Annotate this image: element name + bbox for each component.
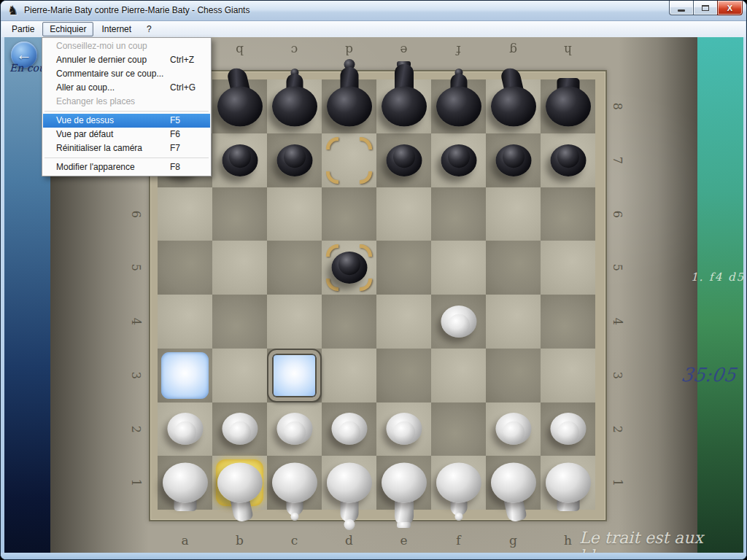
square-d3[interactable] (322, 349, 376, 402)
file-label-b-bottom: b (212, 533, 267, 548)
minimize-button[interactable] (669, 1, 694, 15)
square-f2[interactable] (431, 402, 486, 456)
piece-black-pawn-g7[interactable] (486, 133, 541, 187)
menu-item-label: Modifier l'apparence (56, 162, 135, 172)
window-title: Pierre-Marie Baty contre Pierre-Marie Ba… (24, 5, 249, 15)
menu-item-vue-par-defaut[interactable]: Vue par défautF6 (43, 128, 210, 141)
square-a6[interactable] (158, 187, 212, 241)
gold-corner-icon (360, 137, 372, 149)
piece-white-queen-d1[interactable] (322, 456, 376, 510)
piece-white-pawn-e2[interactable] (376, 402, 431, 456)
echiquier-menu: Conseillez-moi un coupAnnuler le dernier… (42, 37, 212, 176)
piece-black-rook-h8[interactable] (541, 79, 595, 133)
piece-black-knight-b8[interactable] (212, 79, 267, 133)
piece-base (217, 86, 263, 126)
maximize-button[interactable] (693, 1, 718, 15)
square-f5[interactable] (431, 241, 486, 295)
menu-bar: PartieEchiquierInternet? (1, 21, 746, 37)
rank-label-6-right: 6 (590, 203, 644, 225)
square-c6[interactable] (267, 187, 322, 241)
square-d6[interactable] (322, 187, 376, 241)
menubar-item-?[interactable]: ? (139, 22, 159, 36)
piece-base (491, 463, 536, 503)
piece-base (436, 463, 481, 503)
piece-white-bishop-c1[interactable] (267, 456, 322, 510)
close-button[interactable]: X (717, 1, 743, 15)
file-label-f-top: f (431, 43, 486, 58)
square-b4[interactable] (212, 295, 267, 349)
piece-black-bishop-c8[interactable] (267, 79, 322, 133)
menubar-item-echiquier[interactable]: Echiquier (42, 22, 93, 36)
menu-item-annuler-le-dernier-coup[interactable]: Annuler le dernier coupCtrl+Z (43, 53, 210, 67)
piece-white-pawn-b2[interactable] (212, 402, 267, 456)
piece-white-pawn-c2[interactable] (267, 402, 322, 456)
piece-black-pawn-b7[interactable] (212, 133, 267, 187)
piece-white-king-e1[interactable] (376, 456, 431, 510)
square-g4[interactable] (486, 295, 541, 349)
piece-base (491, 86, 536, 126)
piece-black-king-e8[interactable] (376, 79, 431, 133)
menu-item-aller-au-coup[interactable]: Aller au coup...Ctrl+G (43, 81, 210, 95)
square-b5[interactable] (212, 241, 267, 295)
square-e5[interactable] (376, 241, 431, 295)
square-f3[interactable] (431, 349, 486, 402)
menu-item-shortcut: Ctrl+Z (170, 53, 194, 67)
piece-black-bishop-f8[interactable] (431, 79, 486, 133)
piece-white-pawn-f4[interactable] (431, 295, 486, 349)
square-h3[interactable] (541, 349, 595, 402)
square-g5[interactable] (486, 241, 541, 295)
piece-white-pawn-h2[interactable] (541, 402, 595, 456)
menu-item-shortcut: F7 (170, 141, 180, 155)
piece-white-rook-h1[interactable] (541, 456, 595, 510)
piece-white-pawn-a2[interactable] (158, 402, 212, 456)
piece-white-pawn-g2[interactable] (486, 402, 541, 456)
menu-item-vue-de-dessus[interactable]: Vue de dessusF5 (43, 114, 210, 128)
menu-item-label: Réinitialiser la caméra (56, 143, 142, 153)
square-h6[interactable] (541, 187, 595, 241)
menu-separator (44, 111, 209, 112)
square-g3[interactable] (486, 349, 541, 402)
piece-white-knight-g1[interactable] (486, 456, 541, 510)
menu-item-echanger-les-places[interactable]: Echanger les places (43, 95, 210, 109)
piece-black-pawn-c7[interactable] (267, 133, 322, 187)
move-hint-a3[interactable] (161, 352, 209, 399)
square-e3[interactable] (376, 349, 431, 402)
square-g6[interactable] (486, 187, 541, 241)
square-b6[interactable] (212, 187, 267, 241)
piece-white-pawn-d2[interactable] (322, 402, 376, 456)
move-hint-c3[interactable] (268, 350, 320, 401)
chess-board-squares (158, 79, 595, 510)
menu-item-conseillezmoi-un-coup[interactable]: Conseillez-moi un coup (43, 39, 210, 53)
square-h5[interactable] (541, 241, 595, 295)
piece-black-pawn-f7[interactable] (431, 133, 486, 187)
square-h4[interactable] (541, 295, 595, 349)
piece-white-bishop-f1[interactable] (431, 456, 486, 510)
app-icon: ♞ (7, 4, 18, 18)
piece-black-knight-g8[interactable] (486, 79, 541, 133)
piece-white-knight-b1[interactable] (212, 456, 267, 510)
menubar-item-partie[interactable]: Partie (4, 22, 42, 36)
square-c5[interactable] (267, 241, 322, 295)
piece-white-rook-a1[interactable] (158, 456, 212, 510)
piece-black-pawn-e7[interactable] (376, 133, 431, 187)
menubar-item-internet[interactable]: Internet (94, 22, 139, 36)
title-bar[interactable]: ♞ Pierre-Marie Baty contre Pierre-Marie … (1, 1, 746, 21)
square-a4[interactable] (158, 295, 212, 349)
piece-black-pawn-h7[interactable] (541, 133, 595, 187)
piece-black-pawn-d5[interactable] (322, 241, 376, 295)
menu-item-commentaire-sur-ce-coup[interactable]: Commentaire sur ce coup... (43, 67, 210, 81)
menu-item-label: Commentaire sur ce coup... (56, 69, 163, 79)
rank-label-4-right: 4 (590, 311, 644, 332)
square-d4[interactable] (322, 295, 376, 349)
square-f6[interactable] (431, 187, 486, 241)
menu-item-reinitialiser-la-camera[interactable]: Réinitialiser la caméraF7 (43, 141, 210, 155)
menu-item-modifier-lapparence[interactable]: Modifier l'apparenceF8 (43, 160, 210, 174)
window-border-bottom (1, 553, 747, 560)
square-e4[interactable] (376, 295, 431, 349)
square-e6[interactable] (376, 187, 431, 241)
square-c4[interactable] (267, 295, 322, 349)
square-a5[interactable] (158, 241, 212, 295)
square-b3[interactable] (212, 349, 267, 402)
rank-label-7-right: 7 (590, 149, 644, 171)
piece-black-queen-d8[interactable] (322, 79, 376, 133)
